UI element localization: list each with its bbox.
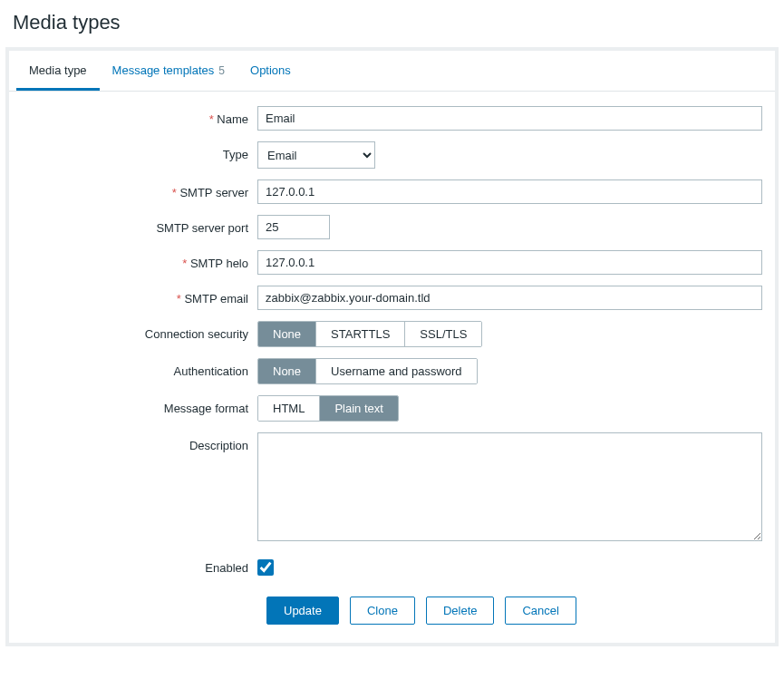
tab-label: Media type [29,63,87,77]
tab-label: Message templates [112,63,215,77]
conn-security-group: None STARTTLS SSL/TLS [257,321,482,347]
label-smtp-port: SMTP server port [22,215,257,235]
tab-bar: Media type Message templates 5 Options [9,51,775,92]
conn-security-none[interactable]: None [258,322,316,346]
auth-none[interactable]: None [258,359,316,383]
smtp-helo-input[interactable] [257,250,762,275]
smtp-email-input[interactable] [257,286,762,310]
format-html[interactable]: HTML [258,396,320,421]
tab-media-type[interactable]: Media type [16,51,100,91]
label-smtp-helo: SMTP helo [22,250,257,270]
label-smtp-email: SMTP email [22,286,257,306]
update-button[interactable]: Update [266,597,339,625]
page-title: Media types [0,0,784,47]
authentication-group: None Username and password [257,358,478,384]
label-type: Type [22,141,257,161]
label-description: Description [22,432,257,452]
name-input[interactable] [257,106,762,131]
action-row: Update Clone Delete Cancel [22,597,762,625]
conn-security-starttls[interactable]: STARTTLS [316,322,405,346]
card: Media type Message templates 5 Options N… [9,51,775,643]
message-format-group: HTML Plain text [257,395,399,422]
label-message-format: Message format [22,395,257,415]
content-panel: Media type Message templates 5 Options N… [5,47,779,646]
type-select[interactable]: Email [257,141,375,169]
tab-options[interactable]: Options [237,51,304,91]
label-smtp-server: SMTP server [22,179,257,199]
conn-security-ssl-tls[interactable]: SSL/TLS [405,322,481,346]
form: Name Type Email SMTP server [9,92,775,625]
format-plain-text[interactable]: Plain text [320,396,397,421]
enabled-checkbox[interactable] [257,559,274,576]
cancel-button[interactable]: Cancel [505,597,576,625]
smtp-server-input[interactable] [257,179,762,204]
clone-button[interactable]: Clone [350,597,415,625]
tab-label: Options [250,63,291,77]
label-authentication: Authentication [22,358,257,378]
tab-message-templates[interactable]: Message templates 5 [100,51,237,91]
label-name: Name [22,106,257,126]
auth-userpass[interactable]: Username and password [316,359,477,383]
label-conn-security: Connection security [22,321,257,341]
description-textarea[interactable] [257,432,762,541]
smtp-port-input[interactable] [257,215,330,239]
delete-button[interactable]: Delete [426,597,495,625]
tab-count: 5 [218,64,225,77]
label-enabled: Enabled [22,555,257,575]
